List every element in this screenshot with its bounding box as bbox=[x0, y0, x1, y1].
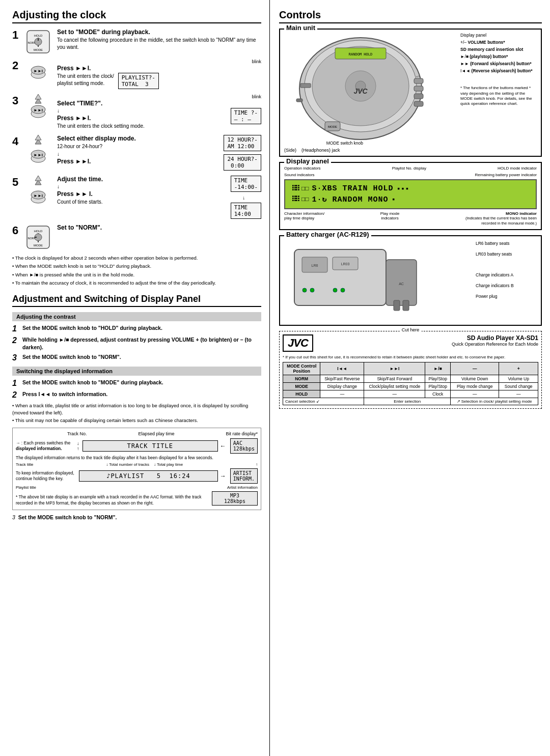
track-info-box: Track No. Elapsed play time Bit rate dis… bbox=[12, 428, 261, 510]
label-volume: +/– VOLUME buttons* bbox=[460, 40, 537, 45]
step-content-2: blink Press ►►I. The unit enters the clo… bbox=[57, 59, 261, 90]
svg-rect-48 bbox=[296, 99, 302, 102]
lcd-dots-2: ⠿⠿ bbox=[291, 195, 298, 204]
svg-point-54 bbox=[302, 288, 307, 292]
label-mono-desc: (Indicates that the current tracks has b… bbox=[455, 216, 537, 226]
svg-text:►►I: ►►I bbox=[34, 193, 43, 198]
quick-ref-right: SD Audio Player XA-SD1 Quick Operation R… bbox=[452, 334, 538, 347]
cut-here-section: Cut here JVC SD Audio Player XA-SD1 Quic… bbox=[279, 331, 542, 409]
step-icon-3: ►►I bbox=[23, 94, 53, 121]
svg-text:JVC: JVC bbox=[353, 87, 368, 95]
quick-ref-table: MODE ControlPosition I◄◄ ►►I ►/■ — + NOR… bbox=[283, 362, 538, 405]
svg-rect-38 bbox=[414, 86, 423, 91]
label-charge-b: Charge indicators B bbox=[476, 282, 537, 290]
clock-note-4: To maintain the accuracy of clock, it is… bbox=[12, 279, 261, 287]
left-column: Adjusting the clock 1 HOLD MODE NORM Set… bbox=[0, 0, 270, 756]
step-icon-6: HOLD MODE NORM bbox=[23, 224, 53, 250]
step-content-6: Set to "NORM". bbox=[57, 224, 261, 232]
clock-note-3: When ►/■ is pressed while the unit is in… bbox=[12, 271, 261, 278]
device-svg: RANDOM HOLD +/– MODE JVC bbox=[284, 33, 437, 145]
svg-text:MODE: MODE bbox=[34, 244, 43, 247]
step-title-2: Press ►►I. bbox=[57, 65, 261, 72]
adj-switch-title: Switching the displayed information bbox=[12, 367, 261, 376]
label-play-stop: ►/■ (play/stop) button* bbox=[460, 54, 537, 60]
battery-charger-title: Battery charger (AC-R129) bbox=[284, 231, 371, 238]
step-num-3: 3 bbox=[12, 95, 23, 106]
right-column: Controls Main unit bbox=[270, 0, 550, 756]
blink-label-2: blink bbox=[57, 59, 261, 64]
svg-rect-60 bbox=[403, 300, 409, 311]
playlist-display: ♪PLAYLIST 5 16:24 bbox=[79, 470, 218, 482]
label-play-time: play time display bbox=[284, 216, 324, 220]
track-display: TRACK TITLE bbox=[82, 440, 218, 452]
lcd-display-1: □□ bbox=[301, 185, 309, 192]
clock-notes: The clock is displayed for about 2 secon… bbox=[12, 255, 261, 287]
step-title-1: Set to "MODE" during playback. bbox=[57, 29, 261, 36]
svg-point-56 bbox=[333, 288, 337, 292]
step-num-2: 2 bbox=[12, 60, 23, 71]
step-display-5a: TIME-14:00- bbox=[231, 176, 261, 192]
hold-plus: — bbox=[499, 390, 538, 398]
step-title-3a: Select "TIME?". bbox=[57, 100, 261, 107]
side-label: (Side) (Headphones) jack bbox=[284, 148, 455, 153]
step-icon-4: ►►I bbox=[23, 135, 53, 165]
label-remaining: Remaining battery power indicator bbox=[475, 173, 537, 177]
step-6: 6 HOLD MODE NORM Set to "NORM". bbox=[12, 224, 261, 250]
step-1: 1 HOLD MODE NORM Set to "MODE" during pl… bbox=[12, 29, 261, 55]
step-display-3: TIME ?-— : — bbox=[231, 108, 261, 124]
mode-hold: HOLD bbox=[283, 390, 320, 398]
svg-text:MODE: MODE bbox=[34, 48, 43, 51]
label-character: Character information/ bbox=[284, 211, 324, 216]
svg-text:LR6: LR6 bbox=[312, 264, 318, 267]
step-body-1: To cancel the following procedure in the… bbox=[57, 37, 261, 51]
hold-play: Clock bbox=[425, 390, 451, 398]
artist-display: ARTISTINFORM. bbox=[230, 468, 258, 484]
adj-contrast-step-2: 2 While holding ►/■ depressed, adjust co… bbox=[12, 336, 261, 351]
step-title-3b: Press ►►I. bbox=[57, 115, 227, 122]
svg-rect-40 bbox=[414, 101, 423, 106]
label-power-plug: Power plug bbox=[476, 292, 537, 301]
step-num-5: 5 bbox=[12, 177, 23, 188]
extra-cancel: Cancel selection ↙ bbox=[283, 398, 364, 405]
bit-rate-display: AAC128kbps bbox=[230, 438, 258, 454]
step-body-5: Count of time starts. bbox=[57, 199, 103, 206]
label-playlist-no: Playlist No. display bbox=[392, 166, 426, 171]
lcd-row-1: ⠿⠿ □□ S·XBS TRAIN HOLD ▪▪▪ bbox=[291, 184, 530, 193]
hold-forward: — bbox=[364, 390, 425, 398]
display-panel-box: Display panel Operation indicators Playl… bbox=[279, 162, 542, 230]
adjustment-section: Adjustment and Switching of Display Pane… bbox=[12, 294, 261, 520]
extra-enter: Enter selection bbox=[364, 398, 451, 405]
adj-switch-step-2: 2 Press I◄◄ to switch information. bbox=[12, 390, 261, 400]
step-body-3: The unit enters the clock setting mode. bbox=[57, 123, 227, 130]
adj-contrast-step-1: 1 Set the MODE switch knob to "HOLD" dur… bbox=[12, 324, 261, 333]
clock-note-2: When the MODE switch knob is set to "HOL… bbox=[12, 263, 261, 270]
table-header-mode: MODE ControlPosition bbox=[283, 362, 320, 375]
step-title-5a: Adjust the time. bbox=[57, 176, 103, 183]
main-unit-box: Main unit bbox=[279, 29, 542, 157]
table-header-reverse: I◄◄ bbox=[320, 362, 364, 375]
display-panel-title: Display panel bbox=[284, 157, 331, 165]
lcd-text-1: S·XBS TRAIN HOLD bbox=[312, 184, 393, 193]
step-content-1: Set to "MODE" during playback. To cancel… bbox=[57, 29, 261, 51]
step-title-5b: Press ►► I. bbox=[57, 190, 103, 198]
label-play-mode-indicators: Play mode bbox=[380, 211, 400, 216]
track-info-header: Track No. Elapsed play time Bit rate dis… bbox=[16, 431, 258, 436]
mode-minus: Play mode change bbox=[451, 382, 499, 390]
track-labels: Track title ↓ Total number of tracks ↓ T… bbox=[16, 462, 258, 467]
svg-text:►►I: ►►I bbox=[34, 153, 43, 157]
table-row-hold: HOLD — — Clock — — bbox=[283, 390, 538, 398]
lcd-dots-1: ⠿⠿ bbox=[291, 184, 298, 193]
mp3-display: MP3128kbps bbox=[212, 491, 258, 506]
mode-norm: NORM bbox=[283, 375, 320, 382]
arrow-label: → : Each press switches the displayed in… bbox=[16, 440, 77, 452]
norm-minus: Volume Down bbox=[451, 375, 499, 382]
label-operation: Operation indicators bbox=[284, 166, 321, 171]
svg-text:HOLD: HOLD bbox=[34, 34, 43, 37]
mode-forward: Clock/playlist setting mode bbox=[364, 382, 425, 390]
playlist-labels: Playlist title Artist information bbox=[16, 485, 258, 490]
quick-ref-notes: * If you cut out this sheet for use, it … bbox=[283, 355, 538, 359]
step-content-5: Adjust the time. ↓ Press ►► I. Count of … bbox=[57, 176, 261, 220]
display-panel-bottom-labels: Character information/ play time display… bbox=[284, 211, 537, 226]
step-2: 2 ►►I blink Press ►►I. The unit enters t… bbox=[12, 59, 261, 90]
lcd-text-2: 1·↻ RANDOM MONO bbox=[312, 194, 388, 204]
